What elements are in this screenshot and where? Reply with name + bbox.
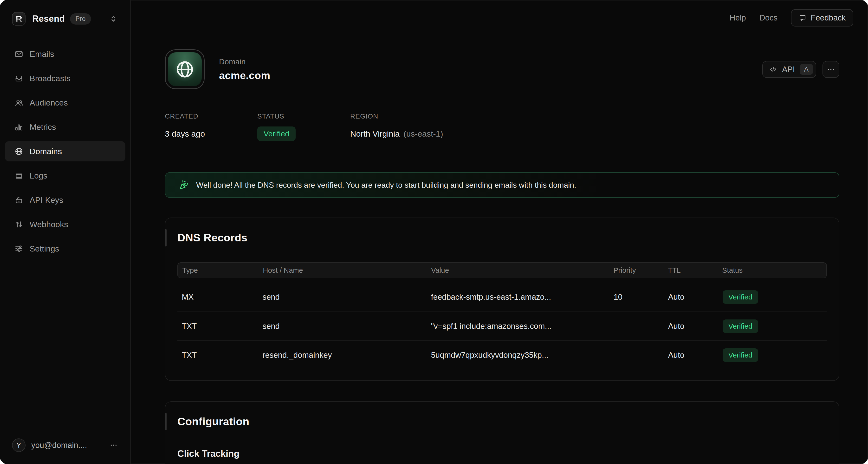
- meta-status: STATUS Verified: [257, 113, 350, 141]
- bar-chart-icon: [14, 123, 23, 132]
- workspace-switcher[interactable]: R Resend Pro: [0, 0, 130, 26]
- col-value: Value: [431, 266, 614, 274]
- banner-text: Well done! All the DNS records are verif…: [196, 181, 576, 190]
- chevron-up-down-icon[interactable]: [109, 14, 118, 23]
- party-popper-icon: [179, 180, 189, 190]
- sidebar-item-webhooks[interactable]: Webhooks: [5, 214, 125, 234]
- plan-badge: Pro: [70, 13, 91, 25]
- sidebar-item-label: Metrics: [30, 122, 56, 132]
- api-kbd-badge: A: [800, 64, 813, 75]
- main-content: Help Docs Feedback Domain acme.com: [131, 0, 868, 464]
- table-row[interactable]: MX send feedback-smtp.us-east-1.amazo...…: [177, 283, 827, 312]
- sidebar: R Resend Pro Emails Broadcasts Audiences: [0, 0, 131, 464]
- header-actions: API A: [762, 61, 839, 78]
- click-tracking-label: Click Tracking: [177, 448, 827, 459]
- sidebar-item-audiences[interactable]: Audiences: [5, 92, 125, 113]
- sidebar-item-label: API Keys: [30, 195, 63, 205]
- domain-eyebrow: Domain: [219, 57, 270, 66]
- cell-ttl: Auto: [668, 322, 722, 331]
- cell-value: feedback-smtp.us-east-1.amazo...: [431, 292, 614, 301]
- globe-icon: [14, 147, 23, 156]
- users-icon: [14, 98, 23, 107]
- region-label: REGION: [350, 113, 443, 120]
- configuration-card: Configuration Click Tracking: [165, 401, 839, 464]
- sidebar-item-label: Logs: [30, 171, 48, 180]
- col-ttl: TTL: [668, 266, 722, 274]
- sidebar-item-emails[interactable]: Emails: [5, 44, 125, 64]
- sidebar-item-logs[interactable]: Logs: [5, 166, 125, 186]
- inbox-icon: [14, 74, 23, 83]
- cell-priority: 10: [614, 292, 668, 301]
- cell-ttl: Auto: [668, 292, 722, 301]
- arrows-up-down-icon: [14, 220, 23, 229]
- cell-type: TXT: [182, 322, 262, 331]
- sliders-icon: [14, 244, 23, 253]
- feedback-label: Feedback: [811, 13, 846, 22]
- status-badge: Verified: [723, 319, 758, 333]
- help-link[interactable]: Help: [730, 13, 746, 22]
- success-banner: Well done! All the DNS records are verif…: [165, 172, 839, 198]
- status-badge: Verified: [723, 348, 758, 362]
- sidebar-item-api-keys[interactable]: API Keys: [5, 190, 125, 210]
- table-body: MX send feedback-smtp.us-east-1.amazo...…: [177, 283, 827, 369]
- domain-header: Domain acme.com API A: [165, 49, 839, 89]
- sidebar-nav: Emails Broadcasts Audiences Metrics Doma…: [0, 44, 130, 259]
- sidebar-item-label: Settings: [30, 244, 59, 254]
- user-email: you@domain....: [31, 441, 87, 450]
- sidebar-item-domains[interactable]: Domains: [5, 141, 125, 162]
- sidebar-item-label: Webhooks: [30, 220, 68, 229]
- globe-tile-icon: [168, 52, 202, 86]
- page-title: acme.com: [219, 69, 270, 81]
- cell-value: 5uqmdw7qpxudkyvdonqzy35kp...: [431, 351, 614, 360]
- table-row[interactable]: TXT resend._domainkey 5uqmdw7qpxudkyvdon…: [177, 340, 827, 369]
- app-window: R Resend Pro Emails Broadcasts Audiences: [0, 0, 868, 464]
- cell-type: MX: [182, 292, 262, 301]
- sidebar-item-label: Broadcasts: [30, 74, 70, 83]
- mail-icon: [14, 50, 23, 59]
- table-row[interactable]: TXT send "v=spf1 include:amazonses.com..…: [177, 312, 827, 340]
- status-label: STATUS: [257, 113, 350, 120]
- cell-host: resend._domainkey: [262, 351, 431, 360]
- cell-ttl: Auto: [668, 351, 722, 360]
- meta-region: REGION North Virginia (us-east-1): [350, 113, 443, 141]
- feedback-button[interactable]: Feedback: [791, 9, 853, 27]
- topbar: Help Docs Feedback: [730, 0, 868, 36]
- sidebar-item-label: Emails: [30, 49, 54, 59]
- speech-bubble-icon: [799, 14, 806, 22]
- sidebar-item-label: Audiences: [30, 98, 68, 108]
- col-priority: Priority: [613, 266, 668, 274]
- configuration-title: Configuration: [177, 415, 827, 428]
- ellipsis-icon[interactable]: [110, 441, 118, 449]
- cell-host: send: [262, 292, 431, 301]
- table-header: Type Host / Name Value Priority TTL Stat…: [177, 262, 827, 278]
- domain-avatar: [165, 49, 205, 89]
- api-button[interactable]: API A: [762, 61, 816, 78]
- domain-more-button[interactable]: [823, 61, 839, 78]
- sidebar-item-broadcasts[interactable]: Broadcasts: [5, 68, 125, 88]
- logs-icon: [14, 171, 23, 180]
- cell-host: send: [262, 322, 431, 331]
- user-account-row[interactable]: Y you@domain....: [0, 438, 130, 464]
- ellipsis-icon: [827, 65, 835, 74]
- resend-logo: R: [12, 12, 26, 26]
- sidebar-item-metrics[interactable]: Metrics: [5, 117, 125, 137]
- domain-meta: CREATED 3 days ago STATUS Verified REGIO…: [165, 113, 839, 141]
- dns-records-card: DNS Records Type Host / Name Value Prior…: [165, 218, 839, 381]
- region-value: North Virginia: [350, 129, 400, 139]
- domain-texts: Domain acme.com: [219, 57, 270, 81]
- created-label: CREATED: [165, 113, 257, 120]
- col-type: Type: [182, 266, 263, 274]
- code-icon: [769, 65, 777, 74]
- sidebar-item-label: Domains: [30, 147, 62, 156]
- status-badge: Verified: [257, 126, 296, 141]
- dns-records-title: DNS Records: [177, 232, 827, 244]
- region-code: (us-east-1): [403, 129, 443, 139]
- cell-value: "v=spf1 include:amazonses.com...: [431, 322, 614, 331]
- meta-created: CREATED 3 days ago: [165, 113, 257, 141]
- sidebar-item-settings[interactable]: Settings: [5, 238, 125, 259]
- resend-logo-glyph: R: [16, 15, 22, 23]
- dns-records-table: Type Host / Name Value Priority TTL Stat…: [177, 262, 827, 369]
- docs-link[interactable]: Docs: [760, 13, 777, 22]
- cell-type: TXT: [182, 351, 262, 360]
- brand-name: Resend: [32, 14, 65, 24]
